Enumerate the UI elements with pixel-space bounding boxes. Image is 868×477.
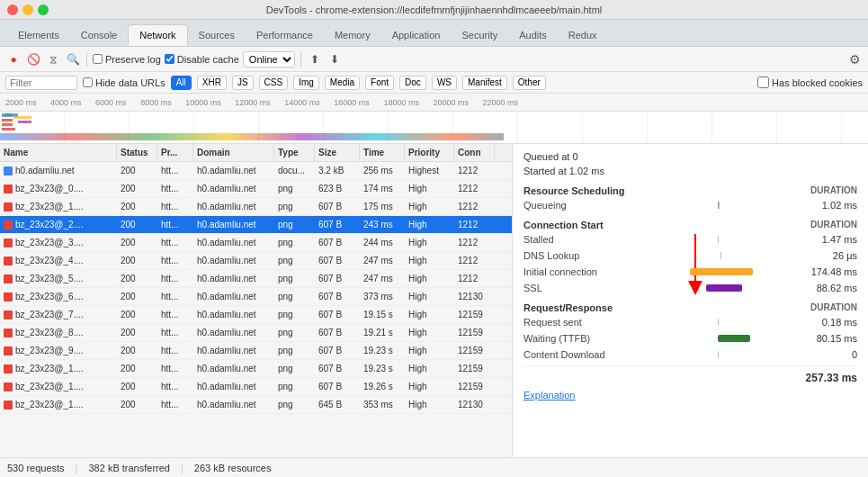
tab-security[interactable]: Security bbox=[451, 24, 508, 46]
cell-priority: High bbox=[405, 252, 454, 269]
svg-rect-7 bbox=[0, 133, 504, 140]
cell-domain: h0.adamliu.net bbox=[193, 180, 274, 197]
clear-button[interactable]: 🚫 bbox=[25, 51, 41, 68]
file-type-icon bbox=[4, 274, 13, 284]
cell-priority: High bbox=[405, 396, 454, 413]
stalled-row: Stalled 1.47 ms bbox=[523, 234, 857, 245]
table-row[interactable]: bz_23x23@_7.... 200 htt... h0.adamliu.ne… bbox=[0, 306, 512, 324]
maximize-button[interactable] bbox=[38, 4, 49, 15]
hide-data-urls-checkbox[interactable]: Hide data URLs bbox=[83, 77, 166, 88]
cell-time: 19.23 s bbox=[360, 342, 405, 359]
cell-protocol: htt... bbox=[157, 252, 193, 269]
settings-icon[interactable]: ⚙ bbox=[846, 51, 863, 68]
filter-media-button[interactable]: Media bbox=[325, 76, 360, 90]
cell-domain: h0.adamliu.net bbox=[193, 360, 274, 377]
cell-domain: h0.adamliu.net bbox=[193, 198, 274, 215]
file-type-icon bbox=[4, 364, 13, 374]
tab-performance[interactable]: Performance bbox=[246, 24, 324, 46]
filter-img-button[interactable]: Img bbox=[293, 76, 319, 90]
record-button[interactable]: ● bbox=[5, 51, 22, 68]
throttle-select[interactable]: Online bbox=[243, 51, 295, 68]
table-row[interactable]: bz_23x23@_1.... 200 htt... h0.adamliu.ne… bbox=[0, 396, 512, 414]
table-row[interactable]: bz_23x23@_8.... 200 htt... h0.adamliu.ne… bbox=[0, 324, 512, 342]
cell-protocol: htt... bbox=[157, 306, 193, 323]
table-row[interactable]: bz_23x23@_6.... 200 htt... h0.adamliu.ne… bbox=[0, 288, 512, 306]
cell-status: 200 bbox=[117, 396, 157, 413]
file-type-icon bbox=[4, 184, 13, 194]
cell-name: bz_23x23@_8.... bbox=[0, 324, 117, 341]
tab-elements[interactable]: Elements bbox=[7, 24, 70, 46]
table-row[interactable]: h0.adamliu.net 200 htt... h0.adamliu.net… bbox=[0, 162, 512, 180]
cell-status: 200 bbox=[117, 342, 157, 359]
devtools-tabs: Elements Console Network Sources Perform… bbox=[0, 20, 868, 47]
filter-ws-button[interactable]: WS bbox=[432, 76, 457, 90]
tab-audits[interactable]: Audits bbox=[508, 24, 558, 46]
dns-lookup-row: DNS Lookup 26 µs bbox=[523, 250, 857, 261]
table-row[interactable]: bz_23x23@_1.... 200 htt... h0.adamliu.ne… bbox=[0, 360, 512, 378]
minimize-button[interactable] bbox=[22, 4, 33, 15]
cell-domain: h0.adamliu.net bbox=[193, 396, 274, 413]
filter-input[interactable] bbox=[5, 76, 77, 90]
filter-icon[interactable]: ⧖ bbox=[45, 51, 61, 68]
tab-network[interactable]: Network bbox=[128, 24, 187, 46]
filter-css-button[interactable]: CSS bbox=[259, 76, 289, 90]
content-download-row: Content Download 0 bbox=[523, 349, 857, 360]
cell-protocol: htt... bbox=[157, 378, 193, 395]
cell-connection: 1212 bbox=[454, 252, 495, 269]
cell-name: bz_23x23@_1.... bbox=[0, 378, 117, 395]
cell-name: bz_23x23@_6.... bbox=[0, 288, 117, 305]
filter-other-button[interactable]: Other bbox=[513, 76, 546, 90]
tab-redux[interactable]: Redux bbox=[558, 24, 608, 46]
content-download-tick bbox=[718, 351, 719, 358]
cell-status: 200 bbox=[117, 360, 157, 377]
filter-all-button[interactable]: All bbox=[171, 76, 192, 90]
cell-size: 607 B bbox=[315, 360, 360, 377]
table-row[interactable]: bz_23x23@_1.... 200 htt... h0.adamliu.ne… bbox=[0, 378, 512, 396]
connection-rows: Stalled 1.47 ms DNS Lookup 26 µs Initial… bbox=[523, 234, 857, 293]
close-button[interactable] bbox=[7, 4, 18, 15]
table-row[interactable]: bz_23x23@_2.... 200 htt... h0.adamliu.ne… bbox=[0, 216, 512, 234]
cell-priority: High bbox=[405, 216, 454, 233]
filter-xhr-button[interactable]: XHR bbox=[197, 76, 227, 90]
cell-type: png bbox=[274, 288, 315, 305]
cell-connection: 12159 bbox=[454, 342, 495, 359]
tab-application[interactable]: Application bbox=[381, 24, 452, 46]
cell-time: 247 ms bbox=[360, 270, 405, 287]
table-row[interactable]: bz_23x23@_5.... 200 htt... h0.adamliu.ne… bbox=[0, 270, 512, 288]
file-type-icon bbox=[4, 220, 13, 230]
filter-font-button[interactable]: Font bbox=[365, 76, 394, 90]
cell-domain: h0.adamliu.net bbox=[193, 252, 274, 269]
queued-at: Queued at 0 bbox=[523, 151, 857, 162]
filter-manifest-button[interactable]: Manifest bbox=[462, 76, 507, 90]
preserve-log-checkbox[interactable]: Preserve log bbox=[93, 54, 161, 65]
cell-protocol: htt... bbox=[157, 198, 193, 215]
export-button[interactable]: ⬇ bbox=[327, 51, 343, 68]
cell-size: 3.2 kB bbox=[315, 162, 360, 179]
filter-doc-button[interactable]: Doc bbox=[399, 76, 426, 90]
tab-sources[interactable]: Sources bbox=[188, 24, 246, 46]
cell-priority: High bbox=[405, 306, 454, 323]
col-header-priority: Priority bbox=[405, 144, 454, 161]
filter-js-button[interactable]: JS bbox=[232, 76, 254, 90]
cell-type: png bbox=[274, 198, 315, 215]
dns-bar-area bbox=[648, 250, 787, 261]
cell-protocol: htt... bbox=[157, 216, 193, 233]
cell-time: 243 ms bbox=[360, 216, 405, 233]
tab-memory[interactable]: Memory bbox=[324, 24, 381, 46]
search-icon[interactable]: 🔍 bbox=[65, 51, 81, 68]
table-row[interactable]: bz_23x23@_4.... 200 htt... h0.adamliu.ne… bbox=[0, 252, 512, 270]
cell-priority: High bbox=[405, 234, 454, 251]
table-row[interactable]: bz_23x23@_9.... 200 htt... h0.adamliu.ne… bbox=[0, 342, 512, 360]
table-row[interactable]: bz_23x23@_0.... 200 htt... h0.adamliu.ne… bbox=[0, 180, 512, 198]
tab-console[interactable]: Console bbox=[70, 24, 128, 46]
import-button[interactable]: ⬆ bbox=[307, 51, 323, 68]
cell-domain: h0.adamliu.net bbox=[193, 270, 274, 287]
cell-name: bz_23x23@_0.... bbox=[0, 180, 117, 197]
cell-status: 200 bbox=[117, 270, 157, 287]
explanation-link[interactable]: Explanation bbox=[523, 390, 576, 400]
resource-scheduling-title: Resource Scheduling DURATION bbox=[523, 185, 857, 196]
disable-cache-checkbox[interactable]: Disable cache bbox=[165, 54, 239, 65]
table-row[interactable]: bz_23x23@_3.... 200 htt... h0.adamliu.ne… bbox=[0, 234, 512, 252]
table-row[interactable]: bz_23x23@_1.... 200 htt... h0.adamliu.ne… bbox=[0, 198, 512, 216]
started-at: Started at 1.02 ms bbox=[523, 166, 857, 176]
